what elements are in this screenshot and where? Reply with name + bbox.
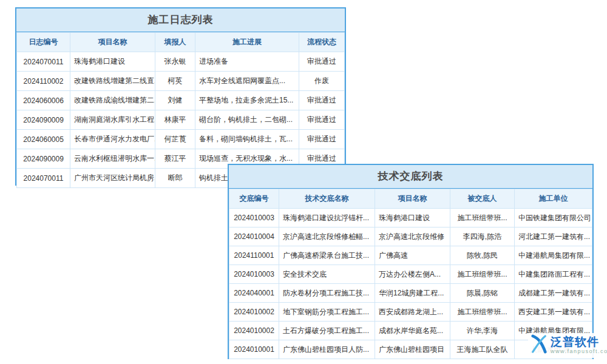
project-name-cell[interactable]: 京沪高速北京段维修	[375, 228, 450, 246]
contractor-cell: 中建集团路面工程有...	[515, 265, 592, 284]
column-header: 施工进展	[195, 33, 299, 52]
column-header: 项目名称	[375, 189, 450, 209]
construction-log-title: 施工日志列表	[16, 8, 345, 32]
disclosure-name-cell[interactable]: 安全技术交底	[279, 265, 375, 284]
project-name-cell[interactable]: 华润12城房建工程...	[375, 284, 450, 303]
project-name-cell[interactable]: 珠海鹤港口建设	[70, 52, 155, 72]
progress-cell: 砌台阶，钩机排土，二包砌...	[195, 110, 299, 130]
brand-icon	[531, 334, 548, 356]
table-row[interactable]: 2024110002改建铁路线增建第二线直...柯英水车对全线遮阳网覆盖点...…	[17, 72, 345, 91]
project-name-cell[interactable]: 西安成都路龙湖上...	[375, 303, 450, 322]
table-row[interactable]: 2024110001广佛高速桥梁承台施工技...广佛高速陈牧,陈民中建港航局集团…	[229, 246, 592, 265]
recipient-cell: 李四海,陈浩	[450, 228, 515, 246]
status-cell: 审批通过	[299, 52, 345, 72]
disclosure-id-cell[interactable]: 2024010001	[229, 340, 279, 359]
reporter-cell[interactable]: 蔡江平	[155, 149, 195, 169]
progress-cell: 进场准备	[195, 52, 299, 72]
recipient-cell: 施工班组带班...	[450, 265, 515, 284]
disclosure-id-cell[interactable]: 2024010002	[229, 303, 279, 322]
recipient-cell: 陈牧,陈民	[450, 246, 515, 265]
disclosure-name-cell[interactable]: 珠海鹤港口建设抗浮锚杆...	[279, 209, 375, 228]
status-cell: 作废	[299, 72, 345, 91]
log-id-cell[interactable]: 2024070011	[17, 52, 70, 72]
page: 施工日志列表 日志编号项目名称填报人施工进展流程状态 2024070011珠海鹤…	[0, 0, 607, 364]
table-row[interactable]: 2024040001防水卷材分项工程施工技...华润12城房建工程...陈晨,陈…	[229, 284, 592, 303]
project-name-cell[interactable]: 成都水岸华庭名苑...	[375, 322, 450, 340]
table-row[interactable]: 2024010003安全技术交底万达办公楼左侧A...施工班组带班...中建集团…	[229, 265, 592, 284]
project-name-cell[interactable]: 珠海鹤港口建设	[375, 209, 450, 228]
brand-name: 泛普软件	[551, 336, 607, 348]
reporter-cell[interactable]: 张永银	[155, 52, 195, 72]
brand-logo: 泛普软件 www.fanpusoft.com	[528, 333, 607, 358]
column-header: 技术交底名称	[279, 189, 375, 209]
recipient-cell: 陈晨,陈铭	[450, 284, 515, 303]
table-header-row: 交底编号技术交底名称项目名称被交底人施工单位	[229, 189, 592, 209]
column-header: 被交底人	[450, 189, 515, 209]
project-name-cell[interactable]: 广佛高速	[375, 246, 450, 265]
reporter-cell[interactable]: 林康平	[155, 110, 195, 130]
disclosure-name-cell[interactable]: 广佛高速桥梁承台施工技...	[279, 246, 375, 265]
log-id-cell[interactable]: 2024060005	[17, 130, 70, 149]
reporter-cell[interactable]: 刘健	[155, 91, 195, 110]
table-row[interactable]: 2024010002地下室钢筋分项工程施工...西安成都路龙湖上...施工班组带…	[229, 303, 592, 322]
table-row[interactable]: 2024070011珠海鹤港口建设张永银进场准备审批通过	[17, 52, 345, 72]
contractor-cell: 河北建工第一建筑有...	[515, 228, 592, 246]
disclosure-id-cell[interactable]: 2024110001	[229, 246, 279, 265]
technical-disclosure-title: 技术交底列表	[229, 165, 592, 189]
table-row[interactable]: 2024060006改建铁路成渝线增建第二...刘健平整场地，拉走多余泥土15.…	[17, 91, 345, 110]
technical-disclosure-panel: 技术交底列表 交底编号技术交底名称项目名称被交底人施工单位 2024010003…	[228, 164, 594, 359]
reporter-cell[interactable]: 何芷莨	[155, 130, 195, 149]
contractor-cell: 成都建工第一建筑有...	[515, 284, 592, 303]
project-name-cell[interactable]: 改建铁路成渝线增建第二...	[70, 91, 155, 110]
disclosure-id-cell[interactable]: 2024010004	[229, 228, 279, 246]
column-header: 项目名称	[70, 33, 155, 52]
log-id-cell[interactable]: 2024090009	[17, 110, 70, 130]
column-header: 流程状态	[299, 33, 345, 52]
disclosure-id-cell[interactable]: 2024010002	[229, 322, 279, 340]
column-header: 交底编号	[229, 189, 279, 209]
table-header-row: 日志编号项目名称填报人施工进展流程状态	[17, 33, 345, 52]
disclosure-name-cell[interactable]: 京沪高速北京段维修桩幅...	[279, 228, 375, 246]
project-name-cell[interactable]: 云南水利枢纽潜明水库一...	[70, 149, 155, 169]
disclosure-id-cell[interactable]: 2024010003	[229, 209, 279, 228]
disclosure-name-cell[interactable]: 地下室钢筋分项工程施工...	[279, 303, 375, 322]
column-header: 施工单位	[515, 189, 592, 209]
project-name-cell[interactable]: 改建铁路线增建第二线直...	[70, 72, 155, 91]
column-header: 日志编号	[17, 33, 70, 52]
disclosure-id-cell[interactable]: 2024010003	[229, 265, 279, 284]
progress-cell: 水车对全线遮阳网覆盖点...	[195, 72, 299, 91]
recipient-cell: 施工班组带班...	[450, 303, 515, 322]
log-id-cell[interactable]: 2024110002	[17, 72, 70, 91]
disclosure-name-cell[interactable]: 土石方爆破分项工程施工...	[279, 322, 375, 340]
contractor-cell: 西安建工第一建筑有...	[515, 303, 592, 322]
progress-cell: 平整场地，拉走多余泥土15...	[195, 91, 299, 110]
table-row[interactable]: 2024090009湖南洞庭湖水库引水工程...林康平砌台阶，钩机排土，二包砌.…	[17, 110, 345, 130]
log-id-cell[interactable]: 2024070011	[17, 169, 70, 188]
table-row[interactable]: 2024060005长春市伊通河水力发电厂...何芷莨备料，砌间墙钩机排土，瓦.…	[17, 130, 345, 149]
disclosure-name-cell[interactable]: 广东佛山碧桂园项目人防...	[279, 340, 375, 359]
progress-cell: 备料，砌间墙钩机排土，瓦...	[195, 130, 299, 149]
project-name-cell[interactable]: 广东佛山碧桂园项目	[375, 340, 450, 359]
table-row[interactable]: 2024010004京沪高速北京段维修桩幅...京沪高速北京段维修李四海,陈浩河…	[229, 228, 592, 246]
brand-url[interactable]: www.fanpusoft.com	[551, 349, 607, 354]
contractor-cell: 中建港航局集团有限...	[515, 246, 592, 265]
recipient-cell: 施工班组带班...	[450, 209, 515, 228]
project-name-cell[interactable]: 长春市伊通河水力发电厂...	[70, 130, 155, 149]
status-cell: 审批通过	[299, 91, 345, 110]
construction-log-panel: 施工日志列表 日志编号项目名称填报人施工进展流程状态 2024070011珠海鹤…	[15, 7, 346, 186]
log-id-cell[interactable]: 2024090009	[17, 149, 70, 169]
project-name-cell[interactable]: 湖南洞庭湖水库引水工程...	[70, 110, 155, 130]
table-row[interactable]: 2024010003珠海鹤港口建设抗浮锚杆...珠海鹤港口建设施工班组带班...…	[229, 209, 592, 228]
reporter-cell[interactable]: 断郎	[155, 169, 195, 188]
column-header: 填报人	[155, 33, 195, 52]
project-name-cell[interactable]: 广州市天河区统计局机房...	[70, 169, 155, 188]
recipient-cell: 王海施工队全队	[450, 340, 515, 359]
disclosure-name-cell[interactable]: 防水卷材分项工程施工技...	[279, 284, 375, 303]
project-name-cell[interactable]: 万达办公楼左侧A...	[375, 265, 450, 284]
log-id-cell[interactable]: 2024060006	[17, 91, 70, 110]
status-cell: 审批通过	[299, 110, 345, 130]
disclosure-id-cell[interactable]: 2024040001	[229, 284, 279, 303]
recipient-cell: 许华,李海	[450, 322, 515, 340]
contractor-cell: 中国铁建集团有限公司	[515, 209, 592, 228]
reporter-cell[interactable]: 柯英	[155, 72, 195, 91]
